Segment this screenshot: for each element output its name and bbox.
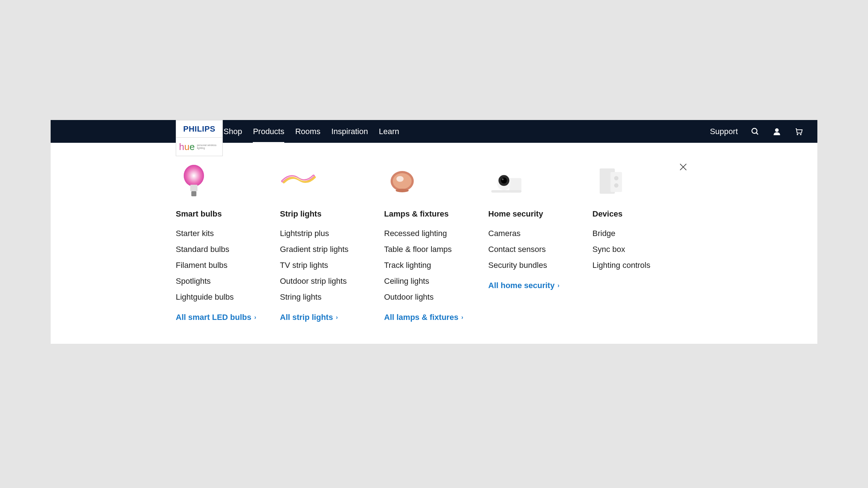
products-mega-menu: Smart bulbs Starter kits Standard bulbs …	[51, 143, 817, 344]
link-outdoor-strip-lights[interactable]: Outdoor strip lights	[280, 277, 373, 286]
link-spotlights[interactable]: Spotlights	[176, 277, 269, 286]
svg-rect-20	[491, 190, 521, 193]
link-sync-box[interactable]: Sync box	[592, 245, 686, 254]
mega-menu-columns: Smart bulbs Starter kits Standard bulbs …	[176, 163, 692, 322]
column-devices: Devices Bridge Sync box Lighting control…	[592, 163, 686, 322]
link-standard-bulbs[interactable]: Standard bulbs	[176, 245, 269, 254]
page-container: PHILIPS hue personal wireless lighting S…	[51, 120, 817, 344]
brand-logo[interactable]: PHILIPS hue personal wireless lighting	[176, 120, 223, 156]
nav-rooms[interactable]: Rooms	[295, 120, 320, 143]
column-links: Bridge Sync box Lighting controls	[592, 229, 686, 270]
link-lighting-controls[interactable]: Lighting controls	[592, 261, 686, 270]
all-home-security-link[interactable]: All home security ›	[488, 281, 582, 290]
column-heading: Strip lights	[280, 209, 373, 219]
link-bridge[interactable]: Bridge	[592, 229, 686, 238]
link-recessed-lighting[interactable]: Recessed lighting	[384, 229, 477, 238]
search-icon[interactable]	[751, 127, 760, 136]
link-contact-sensors[interactable]: Contact sensors	[488, 245, 582, 254]
account-icon[interactable]	[773, 127, 781, 136]
all-link-label: All lamps & fixtures	[384, 313, 458, 322]
device-image	[592, 163, 629, 199]
column-home-security: Home security Cameras Contact sensors Se…	[488, 163, 582, 322]
nav-products[interactable]: Products	[253, 120, 284, 143]
svg-point-8	[184, 165, 204, 187]
link-track-lighting[interactable]: Track lighting	[384, 261, 477, 270]
smart-bulb-image	[176, 163, 212, 199]
nav-learn[interactable]: Learn	[379, 120, 399, 143]
camera-image	[488, 163, 524, 199]
chevron-right-icon: ›	[336, 314, 338, 321]
all-smart-led-bulbs-link[interactable]: All smart LED bulbs ›	[176, 313, 269, 322]
svg-point-3	[797, 134, 798, 135]
svg-point-23	[614, 176, 618, 180]
svg-line-1	[756, 133, 758, 134]
link-string-lights[interactable]: String lights	[280, 292, 373, 302]
primary-nav: Shop Products Rooms Inspiration Learn	[224, 120, 399, 143]
column-heading: Home security	[488, 209, 582, 219]
link-cameras[interactable]: Cameras	[488, 229, 582, 238]
link-filament-bulbs[interactable]: Filament bulbs	[176, 261, 269, 270]
all-link-label: All smart LED bulbs	[176, 313, 251, 322]
hue-wordmark: hue personal wireless lighting	[176, 138, 222, 156]
link-gradient-strip-lights[interactable]: Gradient strip lights	[280, 245, 373, 254]
support-link[interactable]: Support	[710, 127, 738, 136]
link-table-floor-lamps[interactable]: Table & floor lamps	[384, 245, 477, 254]
cart-icon[interactable]	[794, 127, 803, 136]
column-links: Lightstrip plus Gradient strip lights TV…	[280, 229, 373, 322]
svg-point-2	[775, 128, 779, 132]
strip-light-image	[280, 163, 316, 199]
link-lightstrip-plus[interactable]: Lightstrip plus	[280, 229, 373, 238]
all-link-label: All home security	[488, 281, 554, 290]
link-tv-strip-lights[interactable]: TV strip lights	[280, 261, 373, 270]
link-lightguide-bulbs[interactable]: Lightguide bulbs	[176, 292, 269, 302]
hue-tagline: personal wireless lighting	[197, 144, 220, 149]
close-icon[interactable]	[678, 162, 688, 173]
svg-point-4	[800, 134, 801, 135]
svg-rect-9	[190, 185, 197, 191]
nav-shop[interactable]: Shop	[224, 120, 242, 143]
philips-text: PHILIPS	[183, 124, 215, 134]
column-links: Cameras Contact sensors Security bundles…	[488, 229, 582, 290]
link-starter-kits[interactable]: Starter kits	[176, 229, 269, 238]
all-strip-lights-link[interactable]: All strip lights ›	[280, 313, 373, 322]
svg-rect-10	[191, 191, 196, 196]
svg-rect-22	[610, 172, 622, 192]
hue-text: hue	[179, 141, 195, 153]
column-links: Recessed lighting Table & floor lamps Tr…	[384, 229, 477, 322]
chevron-right-icon: ›	[254, 314, 256, 321]
svg-point-19	[502, 179, 504, 180]
svg-point-13	[396, 176, 404, 182]
link-outdoor-lights[interactable]: Outdoor lights	[384, 292, 477, 302]
lamp-image	[384, 163, 420, 199]
link-ceiling-lights[interactable]: Ceiling lights	[384, 277, 477, 286]
philips-wordmark: PHILIPS	[176, 120, 222, 138]
svg-point-14	[396, 189, 409, 192]
column-heading: Smart bulbs	[176, 209, 269, 219]
link-security-bundles[interactable]: Security bundles	[488, 261, 582, 270]
column-strip-lights: Strip lights Lightstrip plus Gradient st…	[280, 163, 373, 322]
nav-inspiration[interactable]: Inspiration	[331, 120, 368, 143]
header-bar: PHILIPS hue personal wireless lighting S…	[51, 120, 817, 143]
chevron-right-icon: ›	[461, 314, 463, 321]
svg-point-24	[614, 183, 618, 188]
column-lamps-fixtures: Lamps & fixtures Recessed lighting Table…	[384, 163, 477, 322]
column-links: Starter kits Standard bulbs Filament bul…	[176, 229, 269, 322]
all-link-label: All strip lights	[280, 313, 333, 322]
column-smart-bulbs: Smart bulbs Starter kits Standard bulbs …	[176, 163, 269, 322]
column-heading: Devices	[592, 209, 686, 219]
svg-point-18	[501, 177, 507, 184]
all-lamps-fixtures-link[interactable]: All lamps & fixtures ›	[384, 313, 477, 322]
svg-point-0	[752, 128, 757, 133]
chevron-right-icon: ›	[557, 282, 559, 289]
utility-nav: Support	[710, 127, 803, 136]
column-heading: Lamps & fixtures	[384, 209, 477, 219]
